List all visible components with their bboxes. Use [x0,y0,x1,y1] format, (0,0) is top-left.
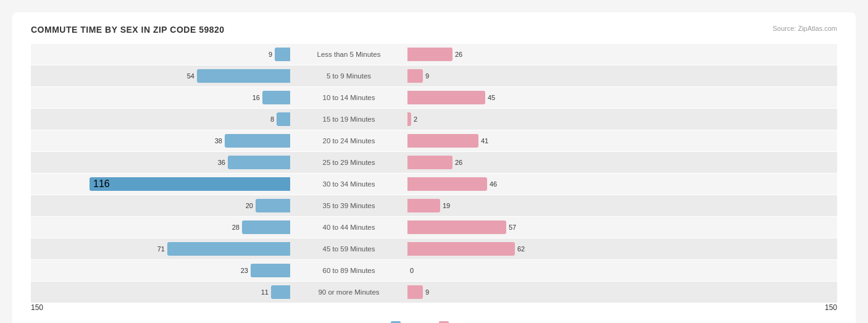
row-label: 35 to 39 Minutes [290,202,407,209]
female-bar [407,199,440,212]
male-bar [275,48,290,61]
table-row: 7145 to 59 Minutes62 [31,238,837,259]
female-bar [407,220,506,234]
male-bar [242,220,290,234]
male-value: 9 [255,51,272,58]
chart-title: COMMUTE TIME BY SEX IN ZIP CODE 59820 [31,25,837,35]
male-value: 23 [231,267,248,274]
female-value: 46 [490,180,502,188]
female-bar [407,112,411,126]
male-value: 28 [222,224,240,231]
row-label: 10 to 14 Minutes [290,94,407,101]
table-row: 2840 to 44 Minutes57 [31,217,837,238]
row-label: 45 to 59 Minutes [290,245,407,253]
male-bar [277,112,290,126]
male-bar [228,156,290,169]
female-bar [407,91,485,104]
female-value: 41 [481,137,493,145]
row-label: 25 to 29 Minutes [290,159,407,166]
table-row: 545 to 9 Minutes9 [31,65,837,86]
female-value: 19 [443,202,455,209]
female-value: 9 [425,72,438,80]
male-value: 71 [148,245,165,253]
female-bar [407,69,423,83]
axis-left: 150 [31,303,43,312]
row-label: Less than 5 Minutes [290,51,407,58]
source-label: Source: ZipAtlas.com [772,25,837,32]
male-value: 11 [251,288,269,296]
female-value: 26 [455,51,467,58]
row-label: 40 to 44 Minutes [290,224,407,231]
chart-area: 9Less than 5 Minutes26545 to 9 Minutes91… [31,44,837,303]
female-value: 62 [517,245,530,253]
male-value: 38 [205,137,222,145]
row-label: 15 to 19 Minutes [290,115,407,123]
male-bar [197,69,290,83]
table-row: 2360 to 89 Minutes0 [31,260,837,281]
row-label: 30 to 34 Minutes [290,180,407,188]
table-row: 11630 to 34 Minutes46 [31,174,837,195]
male-value: 36 [208,159,225,166]
female-value: 45 [488,94,500,101]
male-value: 20 [236,202,253,209]
row-label: 5 to 9 Minutes [290,72,407,80]
female-value: 9 [425,288,438,296]
female-value: 26 [455,159,467,166]
row-label: 60 to 89 Minutes [290,267,407,274]
axis-labels: 150 150 [31,303,837,315]
female-bar [407,285,423,299]
male-value: 54 [177,72,194,80]
female-value: 2 [414,115,426,123]
table-row: 2035 to 39 Minutes19 [31,195,837,216]
male-value: 8 [257,115,274,123]
male-value: 16 [243,94,260,101]
table-row: 3625 to 29 Minutes26 [31,152,837,173]
male-bar [271,285,290,299]
male-bar [256,199,290,212]
female-bar [407,242,515,256]
table-row: 1190 or more Minutes9 [31,282,837,303]
table-row: 3820 to 24 Minutes41 [31,130,837,151]
female-value: 0 [410,267,422,274]
row-label: 90 or more Minutes [290,288,407,296]
male-bar: 116 [90,177,290,191]
table-row: 1610 to 14 Minutes45 [31,87,837,108]
axis-right: 150 [825,303,837,312]
male-bar [262,91,290,104]
row-label: 20 to 24 Minutes [290,137,407,145]
male-bar [167,242,290,256]
male-bar [225,134,290,148]
female-bar [407,134,478,148]
female-bar [407,48,453,61]
table-row: 815 to 19 Minutes2 [31,109,837,130]
female-value: 57 [509,224,521,231]
chart-container: COMMUTE TIME BY SEX IN ZIP CODE 59820 So… [12,12,856,323]
table-row: 9Less than 5 Minutes26 [31,44,837,65]
female-bar [407,177,487,191]
female-bar [407,156,453,169]
male-bar [251,264,290,277]
